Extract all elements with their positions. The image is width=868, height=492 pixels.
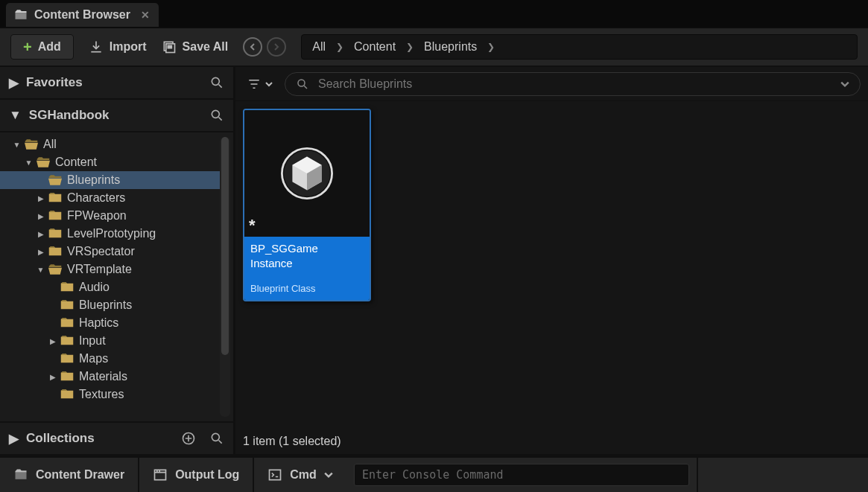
chevron-right-icon: ▶ — [9, 75, 19, 91]
svg-point-4 — [212, 110, 219, 118]
console-icon — [267, 467, 282, 482]
nav-forward-button[interactable] — [267, 37, 286, 57]
tree-node[interactable]: Textures — [0, 386, 220, 403]
folder-stack-icon — [13, 7, 28, 22]
crumb-content[interactable]: Content — [354, 40, 396, 54]
folder-icon — [48, 193, 62, 203]
folder-icon — [37, 157, 50, 167]
tree-node[interactable]: Maps — [0, 350, 220, 368]
chevron-right-icon[interactable]: ▶ — [48, 373, 57, 381]
chevron-right-icon[interactable]: ▶ — [36, 212, 45, 220]
chevron-down-icon[interactable]: ▼ — [36, 266, 45, 274]
save-all-button[interactable]: Save All — [162, 39, 229, 54]
tree-node[interactable]: Audio — [0, 278, 220, 296]
search-icon[interactable] — [209, 75, 224, 90]
tree-node[interactable]: ▼Content — [0, 153, 220, 171]
collections-label: Collections — [26, 431, 95, 446]
add-button[interactable]: + Add — [10, 34, 74, 60]
tree-node[interactable]: Blueprints — [0, 296, 220, 314]
tree-node[interactable]: ▼All — [0, 135, 220, 153]
tree-node[interactable]: ▼VRTemplate — [0, 261, 220, 278]
tree-node-label: Characters — [67, 191, 125, 205]
project-section[interactable]: ▼ SGHandbook — [0, 100, 233, 132]
search-icon[interactable] — [209, 108, 224, 123]
folder-icon — [60, 389, 74, 400]
favorites-label: Favorites — [26, 75, 83, 90]
save-all-icon — [162, 39, 177, 54]
chevron-right-icon: ❯ — [487, 42, 495, 52]
favorites-section[interactable]: ▶ Favorites — [0, 67, 233, 100]
folder-icon — [48, 246, 62, 257]
folder-icon — [48, 229, 62, 239]
chevron-down-icon[interactable] — [840, 80, 849, 89]
folder-icon — [48, 264, 62, 275]
plus-icon: + — [23, 39, 32, 54]
toolbar: + Add Import Save All All ❯ Content — [0, 28, 868, 67]
folder-tree[interactable]: ▼All▼ContentBlueprints▶Characters▶FPWeap… — [0, 132, 220, 421]
tree-node-label: Materials — [79, 370, 127, 383]
tab-title: Content Browser — [34, 8, 130, 22]
tree-node-label: Haptics — [79, 316, 118, 330]
tree-node[interactable]: ▶FPWeapon — [0, 207, 220, 225]
asset-tile[interactable]: *BP_SGGameInstanceBlueprint Class — [243, 109, 371, 301]
tree-scrollbar[interactable] — [220, 137, 230, 417]
close-icon[interactable]: ✕ — [141, 9, 150, 21]
chevron-right-icon[interactable]: ▶ — [36, 194, 45, 202]
console-command-input[interactable] — [354, 464, 689, 486]
tree-node-label: Content — [55, 156, 97, 169]
tree-node-label: Audio — [79, 281, 110, 294]
nav-back-button[interactable] — [243, 37, 262, 57]
collections-section[interactable]: ▶ Collections — [0, 421, 233, 454]
content-drawer-label: Content Drawer — [36, 468, 124, 482]
search-box[interactable] — [285, 72, 861, 96]
output-log-button[interactable]: Output Log — [139, 458, 253, 492]
import-label: Import — [110, 40, 147, 54]
tree-node[interactable]: ▶Characters — [0, 189, 220, 207]
tree-node[interactable]: Blueprints — [0, 171, 220, 189]
chevron-down-icon: ▼ — [9, 108, 22, 123]
asset-name: BP_SGGameInstance — [250, 241, 364, 271]
add-label: Add — [38, 40, 61, 54]
content-drawer-button[interactable]: Content Drawer — [0, 458, 138, 492]
tree-node-label: Input — [79, 334, 106, 348]
tree-node-label: VRSpectator — [67, 245, 135, 258]
blueprint-icon — [281, 147, 333, 199]
add-collection-icon[interactable] — [181, 431, 196, 446]
scrollbar-thumb[interactable] — [221, 137, 229, 355]
chevron-down-icon[interactable]: ▼ — [12, 141, 22, 149]
cmd-selector[interactable]: Cmd — [254, 458, 346, 492]
svg-point-6 — [212, 433, 219, 441]
chevron-right-icon: ❯ — [406, 42, 414, 52]
folder-icon — [60, 300, 74, 310]
filter-button[interactable] — [243, 74, 277, 94]
status-text: 1 item (1 selected) — [235, 429, 868, 454]
search-input[interactable] — [317, 77, 833, 92]
tree-node-label: LevelPrototyping — [67, 227, 156, 240]
tree-node[interactable]: ▶LevelPrototyping — [0, 225, 220, 243]
svg-point-3 — [212, 77, 219, 85]
tree-node[interactable]: ▶Materials — [0, 368, 220, 386]
crumb-all[interactable]: All — [312, 40, 326, 54]
import-icon — [89, 39, 104, 54]
folder-icon — [25, 139, 38, 150]
tree-node[interactable]: ▶Input — [0, 332, 220, 350]
import-button[interactable]: Import — [89, 39, 147, 54]
tree-node[interactable]: ▶VRSpectator — [0, 243, 220, 261]
tree-node-label: All — [43, 138, 57, 151]
chevron-right-icon[interactable]: ▶ — [48, 337, 57, 345]
tree-node-label: Textures — [79, 388, 124, 401]
crumb-blueprints[interactable]: Blueprints — [424, 40, 477, 54]
asset-grid[interactable]: *BP_SGGameInstanceBlueprint Class — [235, 101, 868, 429]
tab-content-browser[interactable]: Content Browser ✕ — [6, 3, 159, 27]
folder-icon — [60, 371, 74, 382]
project-label: SGHandbook — [29, 108, 110, 123]
asset-type: Blueprint Class — [250, 283, 364, 294]
tree-node[interactable]: Haptics — [0, 314, 220, 332]
folder-icon — [60, 354, 74, 364]
chevron-down-icon — [324, 470, 333, 479]
dirty-indicator: * — [249, 216, 256, 235]
chevron-right-icon[interactable]: ▶ — [36, 248, 45, 256]
search-icon[interactable] — [209, 431, 224, 446]
chevron-down-icon[interactable]: ▼ — [24, 159, 34, 167]
chevron-right-icon[interactable]: ▶ — [36, 230, 45, 238]
